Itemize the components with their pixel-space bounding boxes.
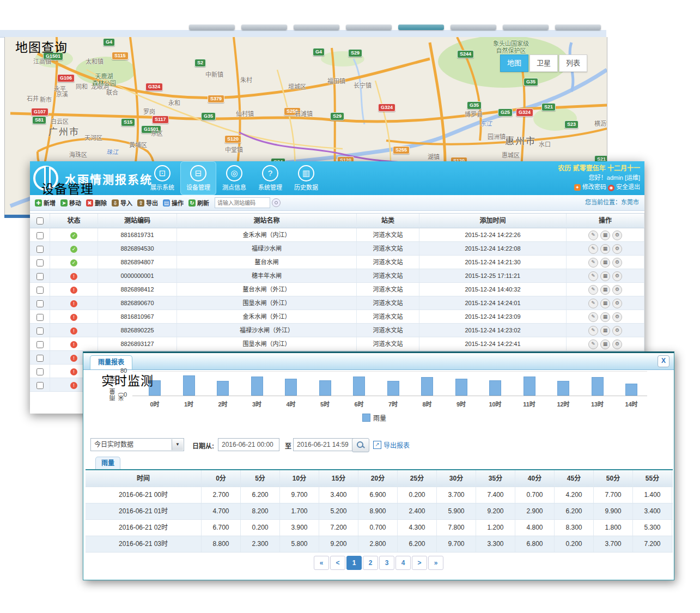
tab-rain[interactable]: 雨量: [95, 457, 120, 470]
row-checkbox[interactable]: [36, 300, 44, 307]
prev-page-button[interactable]: <: [330, 556, 345, 570]
station-code-search-input[interactable]: [215, 197, 270, 208]
toolbar-button-操作[interactable]: ▤操作: [163, 198, 184, 207]
select-all-checkbox[interactable]: [36, 217, 44, 224]
road-shield-s115: S115: [112, 52, 129, 60]
edit-icon[interactable]: ✎: [588, 339, 598, 349]
edit-icon[interactable]: ✎: [588, 326, 598, 336]
search-button[interactable]: [352, 438, 369, 452]
toolbar-button-新增[interactable]: ✚新增: [35, 198, 56, 207]
rain-bar: [353, 377, 365, 396]
edit-icon[interactable]: ✎: [588, 285, 598, 295]
calendar-icon[interactable]: ▦: [600, 230, 610, 240]
change-password-link[interactable]: 修改密码: [582, 184, 606, 190]
table-row: !0000000001穗丰年水闸河道水文站2015-12-25 17:11:21…: [30, 269, 644, 283]
gear-icon[interactable]: ⚙: [612, 312, 622, 322]
close-icon[interactable]: X: [658, 355, 669, 367]
calendar-icon[interactable]: ▦: [600, 326, 610, 336]
date-to-input[interactable]: [293, 438, 355, 451]
map-river-label: 珠江: [106, 147, 118, 156]
page-button-2[interactable]: 2: [363, 556, 378, 570]
edit-icon[interactable]: ✎: [588, 244, 598, 254]
road-shield-s255: S255: [393, 146, 410, 154]
top-tab-stub[interactable]: [451, 25, 496, 30]
gear-icon[interactable]: ⚙: [612, 339, 622, 349]
page-button-4[interactable]: 4: [395, 556, 411, 570]
page-button-1[interactable]: 1: [346, 556, 362, 570]
gear-icon[interactable]: ⚙: [612, 299, 622, 308]
logout-link[interactable]: 安全退出: [616, 184, 640, 190]
gear-icon[interactable]: ⚙: [612, 230, 622, 240]
gear-icon[interactable]: ⚙: [612, 285, 622, 295]
gear-icon[interactable]: ⚙: [612, 258, 622, 268]
edit-icon[interactable]: ✎: [588, 258, 598, 268]
gear-icon[interactable]: ⚙: [612, 326, 622, 336]
nav-item-point[interactable]: ◎测点信息: [216, 161, 252, 195]
calendar-icon[interactable]: ▦: [600, 339, 610, 349]
calendar-icon[interactable]: ▦: [600, 271, 610, 281]
calendar-icon[interactable]: ▦: [600, 312, 610, 322]
row-checkbox[interactable]: [36, 259, 44, 266]
edit-icon[interactable]: ✎: [588, 230, 598, 240]
map-view-button-列表[interactable]: 列表: [559, 54, 587, 72]
table-header-row: 状态测站编码测站名称站类添加时间操作: [30, 213, 644, 228]
nav-item-device[interactable]: ⊟设备管理: [180, 161, 216, 195]
first-page-button[interactable]: «: [314, 556, 329, 570]
last-page-button[interactable]: »: [428, 556, 443, 570]
x-axis-tick: 3时: [246, 399, 268, 408]
toolbar-button-删除[interactable]: ✖删除: [86, 198, 107, 207]
row-checkbox[interactable]: [36, 314, 44, 321]
station-type-cell: 河道水文站: [357, 310, 419, 323]
map-view-button-地图[interactable]: 地图: [500, 54, 528, 72]
top-tab-stub[interactable]: [189, 25, 235, 30]
edit-icon[interactable]: ✎: [588, 271, 598, 281]
toolbar-button-导出[interactable]: ⇧导出: [137, 198, 158, 207]
rain-value-cell: 8.800: [202, 536, 241, 552]
date-from-input[interactable]: [218, 438, 279, 451]
calendar-icon[interactable]: ▦: [600, 258, 610, 268]
status-error-icon: !: [70, 355, 77, 362]
row-checkbox[interactable]: [36, 355, 44, 362]
realtime-monitor-window[interactable]: 雨量报表 X 80 0 雨量（毫米） 0时1时2时3时4时5时6时7时8时9时1…: [83, 351, 674, 580]
top-tab-stub[interactable]: [398, 25, 444, 30]
nav-item-display[interactable]: ⊡展示系统: [144, 161, 180, 195]
export-report-link[interactable]: ↗ 导出报表: [373, 440, 410, 450]
top-tab-stub[interactable]: [503, 25, 549, 30]
toolbar-button-导入[interactable]: ⇩导入: [112, 198, 132, 207]
rain-table-row: 2016-06-21 02时6.7000.2003.9007.2000.7004…: [86, 520, 673, 536]
edit-icon[interactable]: ✎: [588, 299, 598, 308]
search-icon[interactable]: [272, 198, 281, 207]
row-checkbox[interactable]: [36, 368, 44, 375]
page-button-3[interactable]: 3: [379, 556, 394, 570]
toolbar-button-移动[interactable]: ➤移动: [60, 198, 81, 207]
row-checkbox[interactable]: [36, 327, 44, 335]
calendar-icon[interactable]: ▦: [600, 285, 610, 295]
row-checkbox[interactable]: [36, 273, 44, 280]
nav-item-history[interactable]: ▥历史数据: [288, 161, 324, 195]
calendar-icon[interactable]: ▦: [600, 244, 610, 254]
map-view-button-卫星[interactable]: 卫星: [529, 54, 558, 72]
gear-icon[interactable]: ⚙: [612, 244, 622, 254]
app-header: 水雨情测报系统 ⊡展示系统⊟设备管理◎测点信息?系统管理▥历史数据 农历 贰零壹…: [30, 161, 644, 195]
top-tab-stub[interactable]: [555, 25, 601, 30]
row-checkbox[interactable]: [36, 382, 44, 389]
rain-bar: [387, 381, 399, 396]
nav-item-system[interactable]: ?系统管理: [252, 161, 288, 195]
status-error-icon: !: [70, 368, 77, 375]
row-checkbox[interactable]: [36, 287, 44, 294]
x-axis-tick: 9时: [451, 399, 472, 408]
edit-icon[interactable]: ✎: [588, 312, 598, 322]
row-checkbox[interactable]: [36, 341, 44, 348]
data-mode-select[interactable]: 今日实时数据 ▼: [90, 438, 184, 451]
gear-icon[interactable]: ⚙: [612, 271, 622, 281]
toolbar-button-刷新[interactable]: ↻刷新: [188, 198, 209, 207]
calendar-icon[interactable]: ▦: [600, 299, 610, 308]
row-checkbox[interactable]: [36, 246, 44, 253]
row-checkbox[interactable]: [36, 232, 44, 239]
next-page-button[interactable]: >: [412, 556, 427, 570]
rain-value-cell: 2.400: [398, 503, 437, 519]
station-code-cell: 8816819731: [98, 228, 177, 241]
top-tab-stub[interactable]: [294, 25, 339, 30]
top-tab-stub[interactable]: [346, 25, 392, 30]
top-tab-stub[interactable]: [241, 25, 287, 30]
